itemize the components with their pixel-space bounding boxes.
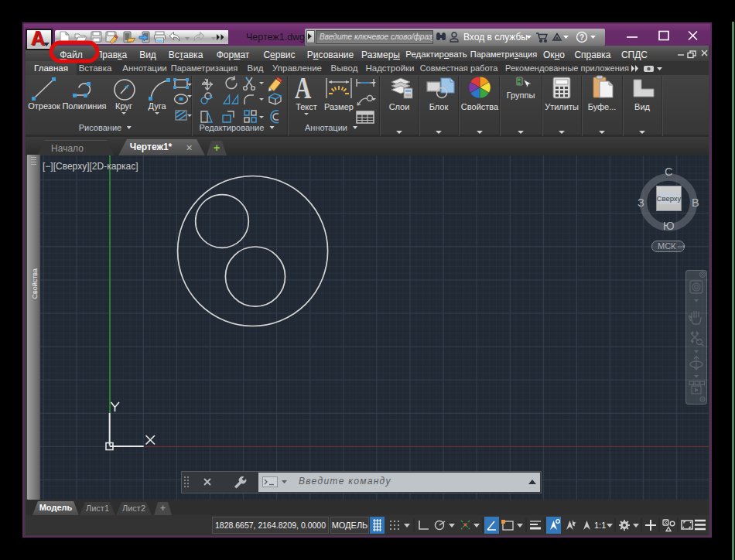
svg-text:В: В: [692, 196, 699, 209]
svg-text:З: З: [638, 196, 644, 209]
svg-text:?: ?: [579, 33, 584, 42]
svg-text:Вход в службы: Вход в службы: [463, 32, 528, 43]
svg-text:С: С: [665, 166, 672, 178]
svg-text:Ю: Ю: [663, 220, 675, 232]
svg-text:1:1: 1:1: [594, 521, 606, 530]
